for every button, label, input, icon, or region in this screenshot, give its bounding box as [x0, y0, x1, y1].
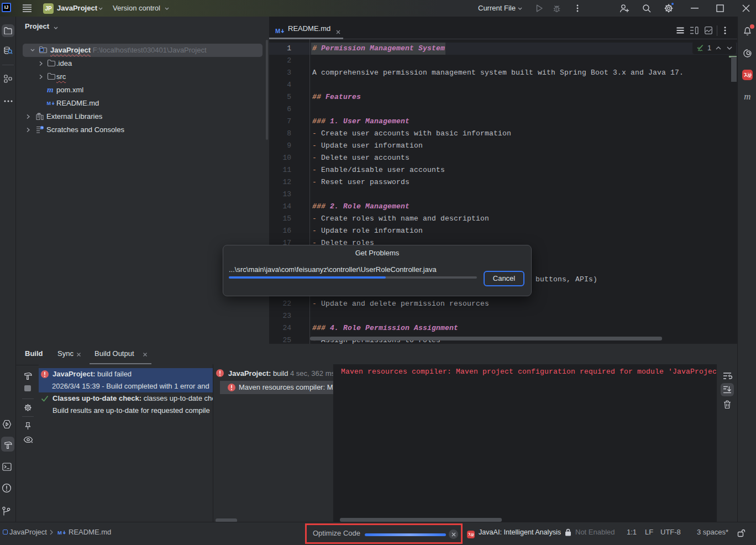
svg-text:M: M: [275, 28, 280, 34]
svg-text:M: M: [47, 101, 51, 106]
svg-text:M: M: [57, 530, 62, 536]
